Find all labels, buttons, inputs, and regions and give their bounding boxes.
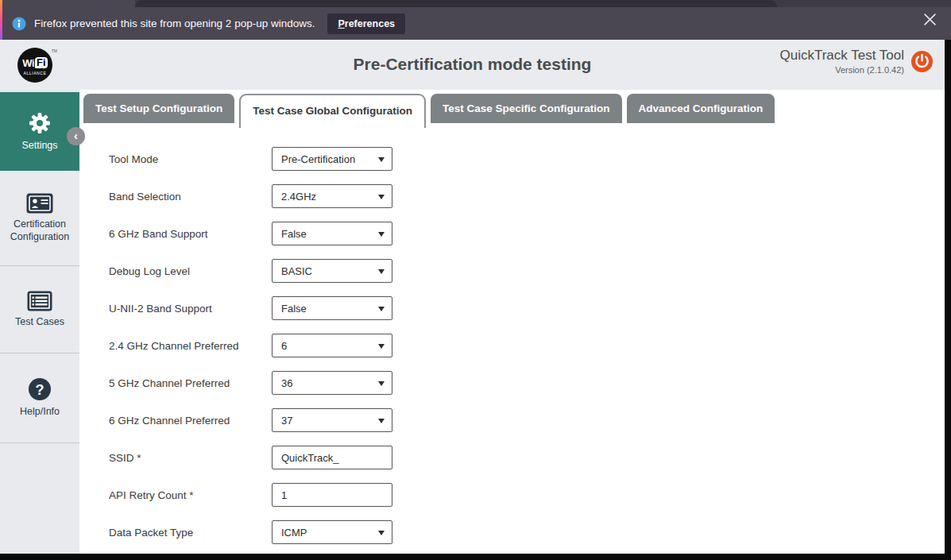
form-row-6ghz-band-support: 6 GHz Band Support False (109, 222, 945, 245)
tab-test-setup-configuration[interactable]: Test Setup Configuration (83, 94, 234, 123)
sidebar-item-label: Settings (21, 140, 57, 153)
form-row-api-retry-count: API Retry Count * 1 (109, 483, 945, 507)
browser-tab-edge (135, 0, 777, 7)
form-row-ssid: SSID * QuickTrack_ (109, 446, 945, 469)
ssid-input[interactable]: QuickTrack_ (272, 446, 392, 469)
sidebar-item-certification-configuration[interactable]: Certification Configuration (0, 171, 79, 266)
notification-content: Firefox prevented this site from opening… (12, 7, 405, 40)
dropdown-arrow-icon (378, 195, 385, 199)
sidebar-collapse-button[interactable]: ‹ (67, 127, 85, 145)
selected-value: 6 (281, 340, 287, 352)
tab-label: Test Setup Configuration (95, 102, 222, 114)
form-row-unii2-band-support: U-NII-2 Band Support False (109, 296, 945, 320)
text-field[interactable] (281, 452, 381, 464)
notification-text: Firefox prevented this site from opening… (34, 17, 315, 29)
form-row-debug-log-level: Debug Log Level BASIC (109, 259, 945, 283)
gear-icon (28, 111, 52, 135)
tool-mode-select[interactable]: Pre-Certification (272, 147, 392, 171)
unii2-band-support-select[interactable]: False (272, 296, 392, 320)
sidebar-item-label: Certification Configuration (0, 218, 79, 243)
tab-test-case-specific-configuration[interactable]: Test Case Specific Configuration (431, 94, 622, 123)
header-right: QuickTrack Test Tool Version (2.1.0.42) (779, 48, 934, 75)
power-icon[interactable] (910, 50, 934, 73)
form-row-tool-mode: Tool Mode Pre-Certification (109, 147, 945, 171)
sidebar-item-test-cases[interactable]: Test Cases (0, 266, 79, 353)
dropdown-arrow-icon (378, 232, 385, 237)
logo-tm: TM (52, 48, 57, 53)
api-retry-count-input[interactable]: 1 (272, 483, 392, 507)
selected-value: BASIC (281, 265, 312, 277)
dropdown-arrow-icon (378, 531, 385, 535)
debug-log-level-select[interactable]: BASIC (272, 259, 392, 283)
app-name: QuickTrack Test Tool (779, 48, 904, 64)
field-label: 5 GHz Channel Preferred (109, 377, 272, 389)
selected-value: False (281, 228, 307, 240)
field-label: SSID * (109, 452, 272, 464)
window-right-edge (945, 40, 951, 560)
selected-value: Pre-Certification (281, 153, 355, 165)
app-header: Wi Fi ALLIANCE TM Pre-Certification mode… (0, 40, 945, 91)
field-label: Tool Mode (109, 153, 272, 165)
field-label: 6 GHz Channel Preferred (109, 415, 272, 427)
band-selection-select[interactable]: 2.4GHz (272, 184, 392, 208)
tab-label: Test Case Global Configuration (253, 105, 412, 117)
selected-value: 2.4GHz (281, 191, 316, 203)
selected-value: 37 (281, 415, 292, 427)
window-bottom-edge (0, 554, 951, 560)
tab-test-case-global-configuration[interactable]: Test Case Global Configuration (239, 94, 426, 128)
info-icon (12, 17, 26, 31)
question-icon: ? (28, 377, 52, 401)
list-icon (27, 291, 52, 311)
app-window: Firefox prevented this site from opening… (0, 0, 951, 560)
selected-value: False (281, 303, 307, 315)
field-label: API Retry Count * (109, 489, 272, 501)
field-label: U-NII-2 Band Support (109, 303, 272, 315)
text-field[interactable] (281, 489, 381, 501)
tab-bar: Test Setup Configuration Test Case Globa… (79, 90, 945, 128)
sidebar-item-label: Help/Info (20, 406, 60, 419)
id-card-icon (26, 193, 53, 214)
6ghz-channel-preferred-select[interactable]: 37 (272, 408, 392, 432)
field-label: Debug Log Level (109, 265, 272, 277)
field-label: Band Selection (109, 191, 272, 203)
tab-label: Advanced Configuration (639, 102, 764, 114)
form-row-5ghz-channel-preferred: 5 GHz Channel Preferred 36 (109, 371, 945, 395)
svg-text:?: ? (36, 382, 44, 398)
preferences-button[interactable]: Preferences (327, 14, 405, 34)
app-identity: QuickTrack Test Tool Version (2.1.0.42) (779, 48, 904, 75)
tab-advanced-configuration[interactable]: Advanced Configuration (627, 94, 775, 123)
configuration-form: Tool Mode Pre-Certification Band Selecti… (109, 147, 945, 544)
5ghz-channel-preferred-select[interactable]: 36 (272, 371, 392, 395)
6ghz-band-support-select[interactable]: False (272, 222, 392, 245)
data-packet-type-select[interactable]: ICMP (272, 520, 392, 544)
form-row-band-selection: Band Selection 2.4GHz (109, 184, 945, 208)
app-version: Version (2.1.0.42) (779, 65, 904, 75)
form-row-2-4ghz-channel-preferred: 2.4 GHz Channel Preferred 6 (109, 334, 945, 357)
field-label: 6 GHz Band Support (109, 228, 272, 240)
firefox-notification-bar: Firefox prevented this site from opening… (0, 0, 951, 40)
sidebar-nav: Settings Certification Configuration (0, 90, 79, 554)
sidebar-item-label: Test Cases (15, 316, 64, 329)
tab-label: Test Case Specific Configuration (443, 102, 610, 114)
form-row-6ghz-channel-preferred: 6 GHz Channel Preferred 37 (109, 408, 945, 432)
window-edge-gradient (0, 0, 2, 40)
dropdown-arrow-icon (378, 157, 385, 162)
close-icon[interactable] (924, 14, 936, 25)
field-label: 2.4 GHz Channel Preferred (109, 340, 272, 352)
sidebar-item-help-info[interactable]: ? Help/Info (0, 353, 79, 443)
dropdown-arrow-icon (378, 307, 385, 311)
browser-chrome-strip (135, 0, 951, 7)
chevron-left-icon: ‹ (74, 129, 78, 142)
selected-value: ICMP (281, 527, 307, 539)
selected-value: 36 (281, 377, 292, 389)
2-4ghz-channel-preferred-select[interactable]: 6 (272, 334, 392, 357)
dropdown-arrow-icon (378, 419, 385, 423)
dropdown-arrow-icon (378, 269, 385, 274)
field-label: Data Packet Type (109, 527, 272, 539)
main-content: Test Setup Configuration Test Case Globa… (79, 90, 945, 554)
dropdown-arrow-icon (378, 381, 385, 386)
form-row-data-packet-type: Data Packet Type ICMP (109, 520, 945, 544)
dropdown-arrow-icon (378, 344, 385, 349)
